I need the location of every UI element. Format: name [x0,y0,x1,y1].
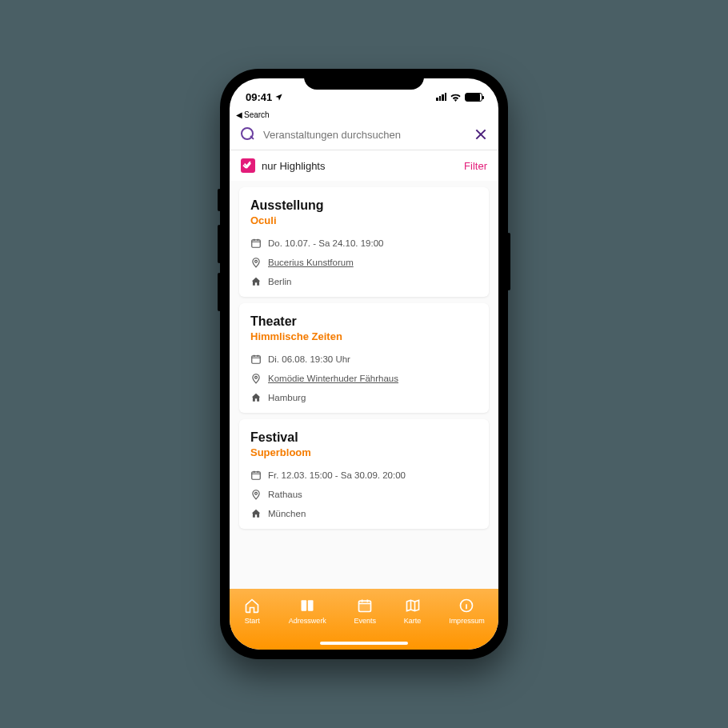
event-city: Berlin [268,277,291,286]
book-icon [298,597,316,614]
svg-rect-4 [252,472,261,479]
checkbox-label: nur Highlights [262,160,326,172]
svg-point-3 [255,376,258,378]
calendar-icon [356,597,374,614]
bottom-nav: Start Adresswerk Events Karte Impressum [230,589,498,650]
calendar-icon [250,354,262,365]
event-category: Ausstellung [250,198,478,213]
phone-frame: 09:41 ◀ Search nur Highlights Filter [220,69,508,659]
back-search[interactable]: ◀ Search [230,110,498,122]
nav-label: Adresswerk [289,617,326,625]
nav-impressum[interactable]: Impressum [449,597,485,625]
wifi-icon [450,93,462,102]
calendar-icon [250,238,262,249]
event-date: Fr. 12.03. 15:00 - Sa 30.09. 20:00 [268,470,406,480]
event-city: München [268,509,306,518]
event-card[interactable]: Festival Superbloom Fr. 12.03. 15:00 - S… [239,419,489,529]
svg-rect-2 [252,356,261,363]
search-icon[interactable] [241,127,255,142]
svg-rect-6 [302,600,307,610]
calendar-icon [250,470,262,481]
event-title: Himmlische Zeiten [250,330,478,342]
home-icon [250,392,262,403]
nav-start[interactable]: Start [243,597,261,625]
home-icon [243,597,261,614]
pin-icon [250,257,262,268]
event-title: Superbloom [250,446,478,458]
cellular-icon [436,93,446,101]
clear-search-icon[interactable] [474,128,487,141]
filter-button[interactable]: Filter [464,160,487,172]
location-arrow-icon [274,93,283,102]
event-city: Hamburg [268,393,306,402]
pin-icon [250,373,262,384]
nav-karte[interactable]: Karte [404,597,422,625]
event-venue[interactable]: Komödie Winterhuder Fährhaus [268,374,398,383]
event-category: Theater [250,314,478,329]
event-venue: Rathaus [268,490,302,499]
battery-icon [465,93,482,102]
nav-label: Impressum [449,617,485,625]
search-bar [230,122,498,150]
svg-rect-0 [252,240,261,247]
event-card[interactable]: Theater Himmlische Zeiten Di. 06.08. 19:… [239,303,489,413]
event-title: Oculi [250,214,478,226]
svg-rect-7 [308,600,314,610]
notch [304,69,424,90]
info-icon [458,597,475,614]
event-venue[interactable]: Bucerius Kunstforum [268,258,354,267]
back-chevron-icon: ◀ [236,110,242,119]
screen: 09:41 ◀ Search nur Highlights Filter [230,78,498,650]
event-date: Do. 10.07. - Sa 24.10. 19:00 [268,238,384,248]
nav-events[interactable]: Events [354,597,376,625]
svg-rect-8 [359,601,371,611]
event-category: Festival [250,430,478,445]
filter-row: nur Highlights Filter [230,150,498,181]
back-label: Search [244,110,270,119]
highlights-checkbox[interactable]: nur Highlights [241,158,326,173]
home-icon [250,508,262,519]
event-list[interactable]: Ausstellung Oculi Do. 10.07. - Sa 24.10.… [230,181,498,589]
status-time: 09:41 [246,91,272,103]
home-icon [250,276,262,287]
nav-label: Start [245,617,260,625]
event-card[interactable]: Ausstellung Oculi Do. 10.07. - Sa 24.10.… [239,187,489,297]
svg-point-5 [255,492,258,494]
checkbox-icon [241,158,255,173]
map-icon [404,597,422,614]
nav-adresswerk[interactable]: Adresswerk [289,597,326,625]
nav-label: Events [354,617,376,625]
nav-label: Karte [404,617,422,625]
event-date: Di. 06.08. 19:30 Uhr [268,354,350,364]
search-input[interactable] [263,129,466,141]
home-indicator[interactable] [320,642,408,645]
svg-point-1 [255,260,258,262]
pin-icon [250,489,262,500]
